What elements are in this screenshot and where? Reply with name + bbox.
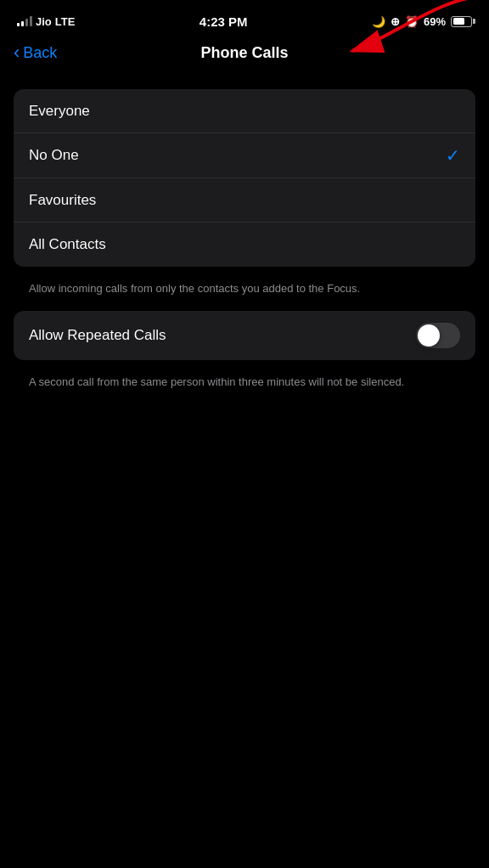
call-options-group: Everyone No One ✓ Favourites All Contact… <box>14 89 475 267</box>
toggle-label: Allow Repeated Calls <box>29 327 166 344</box>
allow-repeated-calls-row[interactable]: Allow Repeated Calls <box>14 311 475 360</box>
battery-indicator <box>451 16 472 27</box>
carrier-label: Jio <box>36 15 52 28</box>
status-time: 4:23 PM <box>200 14 248 29</box>
battery-percentage: 69% <box>424 15 446 28</box>
status-bar: Jio LTE 4:23 PM 🌙 ⊕ ⏰ 69% <box>0 0 489 37</box>
option-favourites-label: Favourites <box>29 192 96 209</box>
option-no-one[interactable]: No One ✓ <box>14 133 475 178</box>
option-everyone[interactable]: Everyone <box>14 89 475 133</box>
allow-repeated-calls-toggle[interactable] <box>416 323 460 348</box>
signal-bars <box>17 16 32 26</box>
back-chevron-icon: ‹ <box>14 43 20 62</box>
back-label: Back <box>23 44 57 62</box>
selected-checkmark: ✓ <box>446 145 460 166</box>
network-label: LTE <box>55 15 76 28</box>
clock-icon: ⊕ <box>391 15 400 28</box>
option-no-one-label: No One <box>29 147 79 164</box>
options-description: Allow incoming calls from only the conta… <box>14 273 475 311</box>
option-favourites[interactable]: Favourites <box>14 178 475 223</box>
status-left: Jio LTE <box>17 15 75 28</box>
toggle-description: A second call from the same person withi… <box>14 367 475 404</box>
back-button[interactable]: ‹ Back <box>14 44 57 62</box>
option-all-contacts-label: All Contacts <box>29 236 106 253</box>
moon-icon: 🌙 <box>372 15 385 28</box>
navigation-bar: ‹ Back Phone Calls <box>0 37 489 72</box>
toggle-group: Allow Repeated Calls <box>14 311 475 360</box>
alarm-icon: ⏰ <box>405 15 419 28</box>
option-all-contacts[interactable]: All Contacts <box>14 223 475 267</box>
page-title: Phone Calls <box>200 44 288 62</box>
option-everyone-label: Everyone <box>29 103 90 120</box>
toggle-thumb <box>418 324 440 347</box>
main-content: Everyone No One ✓ Favourites All Contact… <box>0 72 489 403</box>
arrows-wrapper: Everyone No One ✓ Favourites All Contact… <box>14 89 475 403</box>
status-right: 🌙 ⊕ ⏰ 69% <box>372 15 472 28</box>
